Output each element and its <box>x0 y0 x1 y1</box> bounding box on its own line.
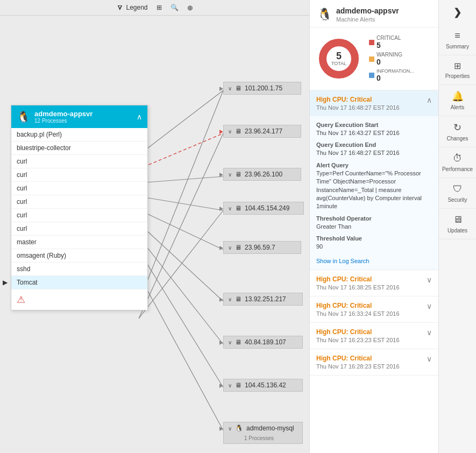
monitor-icon: 🖥 <box>235 84 241 92</box>
legend-button[interactable]: ⛛ Legend <box>116 3 147 12</box>
node-ip-6: 13.92.251.217 <box>245 295 286 303</box>
alert-item-2: High CPU: Critical Thu Nov 17 16:38:25 E… <box>310 270 438 296</box>
donut-text: TOTAL <box>331 61 346 66</box>
list-item[interactable]: bluestripe-collector <box>11 141 147 155</box>
security-icon: 🛡 <box>453 183 463 195</box>
svg-marker-14 <box>219 173 223 177</box>
alert-item-5: High CPU: Critical Thu Nov 17 16:28:23 E… <box>310 349 438 376</box>
sidebar-label-updates: Updates <box>447 228 467 233</box>
fit-button[interactable]: ⊞ <box>157 4 162 11</box>
chevron-down-icon: ∨ <box>228 296 232 302</box>
chevron-down-icon-3: ∨ <box>427 302 432 310</box>
node-box-mysql[interactable]: ∨ 🐧 admdemo-mysql 1 Processes <box>223 422 303 444</box>
sidebar-chevron-right[interactable]: ❯ <box>447 0 468 25</box>
list-item[interactable]: curl <box>11 182 147 195</box>
updates-icon: 🖥 <box>453 214 463 225</box>
list-item[interactable]: backup.pl (Perl) <box>11 128 147 141</box>
svg-line-5 <box>139 223 223 301</box>
chevron-down-icon: ∨ <box>228 206 232 211</box>
node-box-3[interactable]: ∨ 🖥 23.96.26.100 <box>223 168 301 181</box>
alert-item-3: High CPU: Critical Thu Nov 17 16:33:24 E… <box>310 296 438 323</box>
process-box-subtitle: 12 Processes <box>34 118 93 124</box>
collapse-icon[interactable]: ∧ <box>137 112 142 121</box>
donut-number: 5 <box>331 51 346 61</box>
panel-subtitle: Machine Alerts <box>336 16 399 23</box>
zoom-in-button[interactable]: ⊕ <box>187 4 193 12</box>
svg-line-7 <box>139 250 223 387</box>
node-mysql-name: admdemo-mysql <box>246 424 294 432</box>
critical-label: CRITICAL <box>376 35 401 41</box>
alert-header-4[interactable]: High CPU: Critical Thu Nov 17 16:23:23 E… <box>310 323 438 349</box>
chevron-down-icon: ∨ <box>228 339 232 345</box>
node-box-6[interactable]: ∨ 🖥 13.92.251.217 <box>223 293 303 306</box>
node-box-5[interactable]: ∨ 🖥 23.96.59.7 <box>223 241 301 254</box>
sidebar-item-performance[interactable]: ⏱ Performance <box>439 147 476 178</box>
alert-title-3: High CPU: Critical <box>316 302 400 309</box>
list-item[interactable]: curl <box>11 168 147 182</box>
alert-header-2[interactable]: High CPU: Critical Thu Nov 17 16:38:25 E… <box>310 270 438 296</box>
node-box-8[interactable]: ∨ 🖥 104.45.136.42 <box>223 379 303 392</box>
show-log-link[interactable]: Show in Log Search <box>316 258 369 264</box>
alerts-list: High CPU: Critical Thu Nov 17 16:48:27 E… <box>310 90 438 453</box>
detail-row-operator: Threshold Operator Greater Than <box>316 215 432 231</box>
node-mysql-subtitle: 1 Processes <box>244 435 274 441</box>
list-item[interactable]: curl <box>11 222 147 236</box>
list-item[interactable]: curl <box>11 209 147 222</box>
node-box-1[interactable]: ∨ 🖥 101.200.1.75 <box>223 82 301 95</box>
svg-line-6 <box>139 237 223 344</box>
warning-count: 0 <box>376 58 402 66</box>
alert-time-4: Thu Nov 17 16:23:23 EST 2016 <box>316 337 400 343</box>
node-box-4[interactable]: ∨ 🖥 104.45.154.249 <box>223 202 304 215</box>
svg-marker-16 <box>219 246 223 250</box>
process-box: 🐧 admdemo-appsvr 12 Processes ∧ backup.p… <box>11 105 148 310</box>
list-item[interactable]: sshd <box>11 263 147 276</box>
node-ip-3: 23.96.26.100 <box>245 171 282 178</box>
chevron-down-icon: ∨ <box>228 172 232 178</box>
svg-marker-15 <box>219 207 223 211</box>
sidebar-item-alerts[interactable]: 🔔 Alerts <box>439 85 476 116</box>
svg-marker-18 <box>219 341 223 345</box>
sidebar-item-summary[interactable]: ≡ Summary <box>439 25 476 55</box>
list-item[interactable]: omsagent (Ruby) <box>11 249 147 263</box>
svg-marker-13 <box>219 130 223 134</box>
chevron-up-icon: ∧ <box>427 96 432 104</box>
monitor-icon: 🖥 <box>235 295 241 303</box>
zoom-out-button[interactable]: 🔍 <box>170 4 179 11</box>
svg-marker-17 <box>219 298 223 302</box>
list-item-tomcat[interactable]: ▶ Tomcat <box>11 276 147 289</box>
list-item[interactable]: curl <box>11 155 147 168</box>
detail-row-end: Query Execution End Thu Nov 17 16:48:27 … <box>316 141 432 157</box>
sidebar-label-security: Security <box>447 197 467 203</box>
process-box-title: admdemo-appsvr <box>34 110 93 118</box>
monitor-icon: 🖥 <box>235 128 241 135</box>
right-panel: 🐧 admdemo-appsvr Machine Alerts 5 TOTAL <box>309 0 438 453</box>
alert-header-3[interactable]: High CPU: Critical Thu Nov 17 16:33:24 E… <box>310 296 438 322</box>
alert-header-1[interactable]: High CPU: Critical Thu Nov 17 16:48:27 E… <box>310 90 438 116</box>
alert-time-3: Thu Nov 17 16:33:24 EST 2016 <box>316 310 400 317</box>
monitor-icon: 🖥 <box>235 171 241 178</box>
sidebar-label-properties: Properties <box>445 73 470 79</box>
legend-label: Legend <box>126 4 147 11</box>
alert-header-5[interactable]: High CPU: Critical Thu Nov 17 16:28:23 E… <box>310 349 438 375</box>
sidebar-item-security[interactable]: 🛡 Security <box>439 178 476 209</box>
alert-title-4: High CPU: Critical <box>316 328 400 336</box>
performance-icon: ⏱ <box>453 153 463 164</box>
list-item[interactable]: master <box>11 236 147 249</box>
top-toolbar: ⛛ Legend ⊞ 🔍 ⊕ <box>0 0 309 16</box>
legend-info: INFORMATION... 0 <box>369 68 414 82</box>
sidebar-label-alerts: Alerts <box>451 104 465 110</box>
chevron-down-icon-4: ∨ <box>427 328 432 337</box>
node-box-2[interactable]: ∨ 🖥 23.96.24.177 <box>223 125 301 138</box>
alert-time-2: Thu Nov 17 16:38:25 EST 2016 <box>316 284 400 291</box>
svg-line-9 <box>139 90 223 302</box>
chevron-down-icon: ∨ <box>228 245 232 251</box>
list-item[interactable]: curl <box>11 195 147 209</box>
sidebar-item-properties[interactable]: ⊞ Properties <box>439 55 476 85</box>
sidebar-item-changes[interactable]: ↻ Changes <box>439 116 476 147</box>
alert-title-5: High CPU: Critical <box>316 355 400 362</box>
process-box-header: 🐧 admdemo-appsvr 12 Processes ∧ <box>11 105 147 128</box>
sidebar-item-updates[interactable]: 🖥 Updates <box>439 209 476 239</box>
svg-marker-19 <box>219 384 223 388</box>
node-box-7[interactable]: ∨ 🖥 40.84.189.107 <box>223 336 303 349</box>
alert-title-1: High CPU: Critical <box>316 96 400 103</box>
